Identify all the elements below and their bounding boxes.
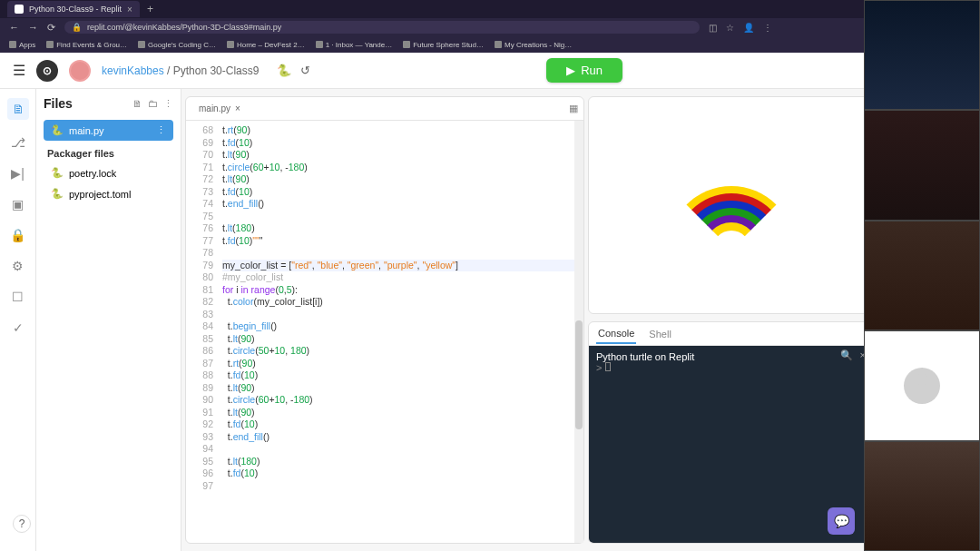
run-button[interactable]: ▶ Run: [546, 58, 622, 83]
video-participant[interactable]: [864, 330, 980, 440]
bookmark-item[interactable]: 1 · Inbox — Yande…: [316, 41, 393, 49]
replit-logo[interactable]: ⊙: [36, 60, 58, 82]
scrollbar[interactable]: [574, 121, 583, 543]
lock-icon: 🔒: [72, 23, 82, 32]
video-participant[interactable]: [864, 441, 980, 551]
close-icon[interactable]: ×: [235, 103, 240, 113]
chat-button[interactable]: 💬: [828, 507, 855, 535]
extension-icon[interactable]: ◫: [709, 23, 717, 33]
forward-button[interactable]: →: [28, 22, 38, 33]
files-panel: Files 🗎 🗀 ⋮ 🐍 main.py ⋮ Packager files 🐍…: [36, 89, 181, 551]
search-icon[interactable]: 🔍: [840, 349, 853, 361]
vcs-icon[interactable]: ⎇: [10, 134, 26, 151]
video-call-strip: [864, 0, 980, 551]
user-avatar[interactable]: [69, 60, 91, 82]
username-link[interactable]: kevinKabbes: [102, 64, 164, 77]
history-icon[interactable]: ↺: [300, 64, 310, 77]
hamburger-icon[interactable]: ☰: [13, 62, 25, 79]
new-tab-button[interactable]: +: [147, 3, 153, 15]
check-icon[interactable]: ✓: [10, 320, 26, 336]
back-button[interactable]: ←: [9, 22, 19, 33]
language-icon[interactable]: 🐍: [277, 64, 291, 77]
more-icon[interactable]: ⋮: [163, 98, 173, 110]
reload-button[interactable]: ⟳: [47, 22, 55, 34]
file-main-py[interactable]: 🐍 main.py ⋮: [44, 120, 173, 141]
turtle-output: [588, 96, 874, 314]
replit-header: ☰ ⊙ kevinKabbes / Python 30-Class9 🐍 ↺ ▶…: [0, 53, 980, 89]
editor-panel: main.py × ▦ 6869707172737475767778798081…: [185, 96, 584, 544]
bookmark-item[interactable]: Home – DevFest 2…: [227, 41, 305, 49]
tab-title: Python 30-Class9 - Replit: [29, 5, 122, 14]
packages-icon[interactable]: ▣: [10, 196, 26, 212]
video-participant[interactable]: [864, 110, 980, 220]
browser-tab[interactable]: Python 30-Class9 - Replit ×: [7, 1, 140, 17]
bookmark-item[interactable]: Apps: [9, 41, 35, 49]
settings-icon[interactable]: ⚙: [10, 258, 26, 274]
tab-favicon: [15, 5, 24, 14]
code-editor[interactable]: 6869707172737475767778798081828384858687…: [186, 121, 583, 543]
profile-icon[interactable]: 👤: [743, 23, 754, 33]
file-item[interactable]: 🐍pyproject.toml: [44, 183, 173, 204]
files-title: Files: [44, 96, 73, 111]
play-icon: ▶: [566, 64, 575, 77]
new-folder-icon[interactable]: 🗀: [148, 98, 158, 110]
shell-tab[interactable]: Shell: [647, 325, 672, 343]
video-participant[interactable]: [864, 0, 980, 110]
editor-layout-icon[interactable]: ▦: [569, 103, 578, 114]
files-icon[interactable]: 🗎: [7, 98, 29, 120]
python-icon: 🐍: [51, 124, 64, 136]
close-icon[interactable]: ×: [127, 5, 132, 15]
debug-icon[interactable]: ▶|: [10, 165, 26, 182]
console-tab[interactable]: Console: [596, 324, 636, 344]
project-name: Python 30-Class9: [173, 64, 260, 77]
database-icon[interactable]: ☐: [10, 289, 26, 305]
file-item[interactable]: 🐍poetry.lock: [44, 162, 173, 183]
file-menu-icon[interactable]: ⋮: [156, 124, 166, 136]
bookmark-bar: AppsFind Events & Grou…Google's Coding C…: [0, 36, 980, 53]
bookmark-item[interactable]: Future Sphere Stud…: [403, 41, 484, 49]
sidebar: 🗎 ⎇ ▶| ▣ 🔒 ⚙ ☐ ✓: [0, 89, 36, 551]
console-title: Python turtle on Replit: [596, 351, 866, 362]
packager-label: Packager files: [44, 141, 173, 162]
help-button[interactable]: ?: [13, 515, 31, 533]
bookmark-item[interactable]: Google's Coding C…: [138, 41, 216, 49]
editor-tab-main[interactable]: main.py ×: [191, 100, 248, 117]
browser-tab-bar: Python 30-Class9 - Replit × +: [0, 0, 980, 18]
bookmark-item[interactable]: Find Events & Grou…: [46, 41, 127, 49]
menu-icon[interactable]: ⋮: [763, 23, 772, 33]
breadcrumb: kevinKabbes / Python 30-Class9: [102, 64, 259, 77]
share-icon[interactable]: ☆: [726, 23, 734, 33]
video-participant[interactable]: [864, 221, 980, 330]
bookmark-item[interactable]: My Creations - Nig…: [495, 41, 572, 49]
secrets-icon[interactable]: 🔒: [10, 227, 26, 243]
new-file-icon[interactable]: 🗎: [132, 98, 142, 110]
url-input[interactable]: 🔒 replit.com/@kevinKabbes/Python-3D-Clas…: [64, 21, 700, 34]
